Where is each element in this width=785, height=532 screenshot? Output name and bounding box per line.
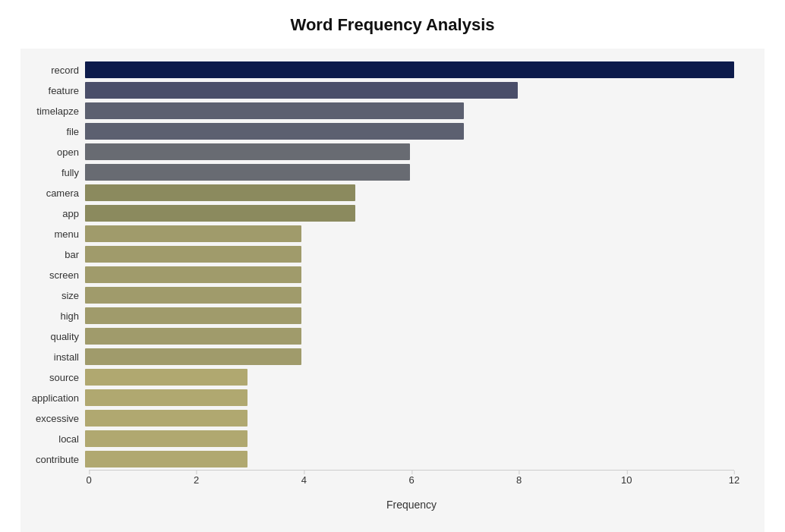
bar-row: source (89, 367, 734, 387)
bar-fill (85, 266, 301, 283)
x-axis: 024681012 (89, 470, 734, 493)
bar-track (85, 328, 734, 345)
bar-label: quality (20, 331, 85, 342)
bar-track (85, 307, 734, 324)
bar-label: bar (20, 249, 85, 260)
bar-track (85, 82, 734, 99)
chart-wrapper: recordfeaturetimelapzefileopenfullycamer… (20, 49, 765, 532)
bar-track (85, 369, 734, 386)
bar-fill (85, 246, 301, 263)
bar-track (85, 61, 734, 78)
bar-label: application (20, 392, 85, 404)
x-tick: 4 (301, 471, 307, 486)
bar-label: feature (20, 85, 85, 96)
bar-label: record (20, 65, 85, 76)
bar-row: camera (89, 183, 734, 203)
bar-label: screen (20, 269, 85, 281)
bar-row: fully (89, 162, 734, 182)
bar-track (85, 102, 734, 119)
bar-row: excessive (89, 408, 734, 428)
bar-fill (85, 205, 355, 222)
bar-label: app (20, 208, 85, 219)
bar-label: camera (20, 187, 85, 199)
bar-row: application (89, 388, 734, 408)
bar-row: record (89, 60, 734, 80)
bar-label: fully (20, 167, 85, 178)
bar-track (85, 430, 734, 447)
bar-row: contribute (89, 449, 734, 469)
bar-label: local (20, 433, 85, 445)
bar-track (85, 164, 734, 181)
bar-fill (85, 164, 410, 181)
x-axis-label: Frequency (89, 499, 734, 511)
bar-label: menu (20, 228, 85, 240)
bar-track (85, 205, 734, 222)
bar-label: high (20, 310, 85, 322)
bar-fill (85, 123, 464, 140)
x-tick: 2 (194, 471, 199, 486)
bar-label: size (20, 290, 85, 301)
bar-fill (85, 102, 464, 119)
bar-row: open (89, 142, 734, 162)
bar-fill (85, 143, 410, 160)
bar-fill (85, 82, 518, 99)
bar-track (85, 246, 734, 263)
bar-label: contribute (20, 454, 85, 465)
bar-fill (85, 307, 301, 324)
bar-track (85, 348, 734, 365)
chart-container: recordfeaturetimelapzefileopenfullycamer… (20, 49, 765, 532)
bar-row: install (89, 347, 734, 367)
bar-fill (85, 61, 734, 78)
bar-fill (85, 184, 355, 201)
x-tick: 10 (621, 471, 632, 486)
bar-label: file (20, 126, 85, 137)
bar-row: bar (89, 244, 734, 264)
x-tick: 0 (86, 471, 91, 486)
bar-track (85, 410, 734, 427)
bar-track (85, 143, 734, 160)
bar-track (85, 389, 734, 406)
x-tick: 12 (729, 471, 739, 486)
bar-track (85, 266, 734, 283)
bar-track (85, 451, 734, 467)
x-tick: 8 (516, 471, 522, 486)
bar-fill (85, 328, 301, 345)
bar-label: excessive (20, 413, 85, 424)
bar-fill (85, 287, 301, 304)
bar-label: timelapze (20, 105, 85, 117)
bar-fill (85, 225, 301, 242)
bar-track (85, 225, 734, 242)
bar-track (85, 123, 734, 140)
bar-track (85, 287, 734, 304)
bar-label: source (20, 372, 85, 383)
bar-label: open (20, 146, 85, 158)
bar-row: app (89, 203, 734, 223)
bar-fill (85, 348, 301, 365)
bar-fill (85, 410, 247, 427)
bar-row: quality (89, 326, 734, 346)
bar-row: high (89, 306, 734, 326)
bar-fill (85, 389, 247, 406)
bar-row: local (89, 429, 734, 449)
bar-row: size (89, 285, 734, 305)
chart-area: recordfeaturetimelapzefileopenfullycamer… (89, 60, 734, 470)
bar-row: file (89, 121, 734, 141)
bar-fill (85, 451, 247, 467)
x-tick: 6 (408, 471, 414, 486)
bar-label: install (20, 351, 85, 363)
bar-row: feature (89, 80, 734, 100)
bar-fill (85, 369, 247, 386)
chart-title: Word Frequency Analysis (291, 15, 495, 35)
bar-fill (85, 430, 247, 447)
bar-row: screen (89, 265, 734, 285)
bar-row: menu (89, 224, 734, 244)
bar-row: timelapze (89, 101, 734, 121)
bar-track (85, 184, 734, 201)
